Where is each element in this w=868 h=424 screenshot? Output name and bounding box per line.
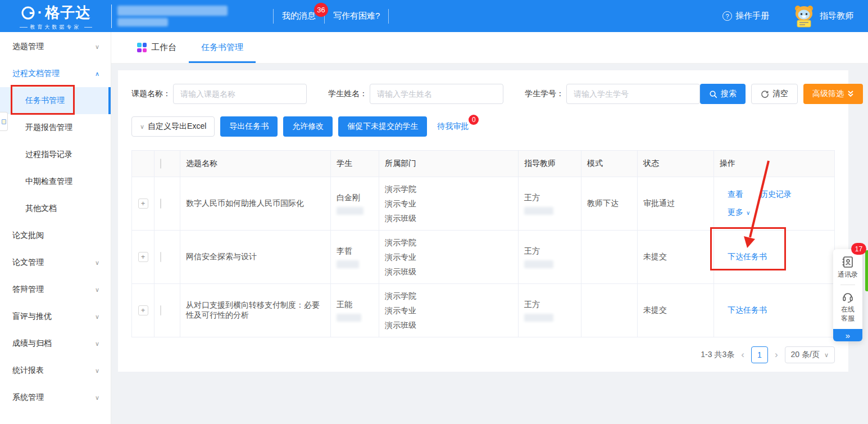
sidebar-item-proposal-report[interactable]: 开题报告管理 bbox=[0, 114, 111, 141]
address-book-icon bbox=[833, 255, 862, 269]
department-cell: 演示学院 演示专业 演示班级 bbox=[379, 177, 519, 231]
sidebar-item-process-docs[interactable]: 过程文档管理 ∧ bbox=[0, 60, 111, 87]
topic-name-input[interactable] bbox=[173, 84, 307, 104]
brand-name: 格子达 bbox=[45, 3, 90, 22]
sidebar-item-blind-review[interactable]: 盲评与推优 ∨ bbox=[0, 303, 111, 330]
page-size-select[interactable]: 20 条/页 ∨ bbox=[785, 346, 835, 363]
select-all-checkbox[interactable] bbox=[160, 159, 161, 169]
mode-cell: 教师下达 bbox=[581, 177, 638, 231]
urge-unsubmitted-button[interactable]: 催促下未提交的学生 bbox=[338, 116, 427, 137]
pending-approval-link[interactable]: 待我审批 0 bbox=[437, 121, 473, 132]
taskbook-table: 选题名称 学生 所属部门 指导教师 模式 状态 操作 + bbox=[131, 150, 835, 337]
filter-row: 课题名称： 学生姓名： 学生学号： bbox=[131, 84, 835, 104]
expand-row-button[interactable]: + bbox=[138, 252, 148, 262]
tab-workbench[interactable]: 工作台 bbox=[137, 32, 176, 63]
tagline-dash-right bbox=[84, 27, 92, 28]
redacted-advisor-id bbox=[524, 260, 553, 268]
expand-row-button[interactable]: + bbox=[138, 305, 148, 315]
taskbook-panel: 课题名称： 学生姓名： 学生学号： bbox=[118, 70, 848, 372]
col-expand bbox=[132, 151, 154, 177]
role-label: 指导教师 bbox=[820, 11, 853, 21]
sidebar-item-statistics[interactable]: 统计报表 ∨ bbox=[0, 357, 111, 384]
col-mode: 模式 bbox=[581, 151, 638, 177]
topic-cell: 从对口支援到横向转移支付制度：必要性及可行性的分析 bbox=[180, 284, 331, 337]
mode-cell bbox=[581, 284, 638, 337]
sidebar-item-defense-management[interactable]: 答辩管理 ∨ bbox=[0, 276, 111, 303]
tagline-dash-left bbox=[20, 27, 28, 28]
manual-button[interactable]: ? 操作手册 bbox=[722, 11, 769, 21]
workbench-grid-icon bbox=[137, 43, 147, 52]
chevron-down-icon: ∨ bbox=[95, 43, 99, 51]
advanced-filter-button[interactable]: 高级筛选 bbox=[803, 84, 863, 104]
allow-modify-button[interactable]: 允许修改 bbox=[283, 116, 333, 137]
sidebar-item-paper-review[interactable]: 论文批阅 bbox=[0, 222, 111, 249]
sidebar-item-other-docs[interactable]: 其他文档 bbox=[0, 195, 111, 222]
table-header-row: 选题名称 学生 所属部门 指导教师 模式 状态 操作 bbox=[132, 151, 835, 177]
writing-help-link[interactable]: 写作有困难? bbox=[333, 11, 380, 21]
contacts-button[interactable]: 通讯录 bbox=[833, 254, 862, 283]
topic-cell: 网信安全探索与设计 bbox=[180, 231, 331, 284]
custom-export-excel-button[interactable]: ∨ 自定义导出Excel bbox=[131, 116, 215, 137]
col-advisor: 指导教师 bbox=[519, 151, 581, 177]
student-id-input[interactable] bbox=[566, 84, 700, 104]
clear-button[interactable]: 清空 bbox=[751, 84, 798, 104]
sidebar-item-taskbook-management[interactable]: 任务书管理 bbox=[0, 87, 111, 114]
expand-row-button[interactable]: + bbox=[138, 199, 148, 209]
chevron-down-icon: ∨ bbox=[824, 351, 829, 359]
student-name-input[interactable] bbox=[370, 84, 503, 104]
search-icon bbox=[709, 90, 717, 98]
export-taskbook-button[interactable]: 导出任务书 bbox=[220, 116, 278, 137]
search-button[interactable]: 搜索 bbox=[700, 84, 746, 104]
next-page-button[interactable]: › bbox=[775, 349, 778, 360]
advisor-cell: 王方 bbox=[519, 177, 581, 231]
school-name-redacted bbox=[117, 6, 228, 26]
chevron-down-icon: ∨ bbox=[140, 123, 144, 130]
app-header: · 格子达 教育大数据专家 我的消息 36 写作有困难? ? 操作手册 bbox=[0, 0, 868, 32]
online-service-button[interactable]: 在线 客服 bbox=[833, 288, 862, 327]
page-number[interactable]: 1 bbox=[751, 346, 768, 363]
topic-name-label: 课题名称： bbox=[131, 89, 171, 99]
refresh-icon bbox=[761, 90, 769, 98]
redacted-bar bbox=[117, 18, 168, 26]
status-cell: 未提交 bbox=[638, 231, 714, 284]
assign-taskbook-link[interactable]: 下达任务书 bbox=[728, 252, 767, 261]
assign-taskbook-link[interactable]: 下达任务书 bbox=[728, 305, 767, 314]
header-divider bbox=[111, 4, 112, 28]
nav-divider bbox=[388, 9, 389, 24]
pending-count-badge: 0 bbox=[469, 115, 479, 125]
col-operations: 操作 bbox=[714, 151, 835, 177]
row-checkbox[interactable] bbox=[160, 305, 161, 315]
sidebar-item-midterm-check[interactable]: 中期检查管理 bbox=[0, 168, 111, 195]
collapse-panel-button[interactable]: » bbox=[833, 329, 862, 341]
role-menu[interactable]: 指导教师 bbox=[793, 4, 853, 28]
col-status: 状态 bbox=[638, 151, 714, 177]
tab-taskbook-management[interactable]: 任务书管理 bbox=[201, 32, 243, 63]
sidebar-item-grades-archive[interactable]: 成绩与归档 ∨ bbox=[0, 330, 111, 357]
status-cell: 审批通过 bbox=[638, 177, 714, 231]
sidebar-item-system-management[interactable]: 系统管理 ∨ bbox=[0, 384, 111, 411]
row-checkbox[interactable] bbox=[160, 199, 161, 209]
advisor-cell: 王方 bbox=[519, 284, 581, 337]
my-messages-link[interactable]: 我的消息 36 bbox=[282, 11, 316, 21]
redacted-bar bbox=[117, 6, 228, 16]
prev-page-button[interactable]: ‹ bbox=[741, 349, 744, 360]
sidebar-item-guidance-records[interactable]: 过程指导记录 bbox=[0, 141, 111, 168]
left-edge-collapsed-tab[interactable] bbox=[0, 112, 8, 131]
sidebar-item-paper-management[interactable]: 论文管理 ∨ bbox=[0, 249, 111, 276]
redacted-student-id bbox=[337, 260, 359, 268]
edge-green-handle[interactable] bbox=[865, 250, 868, 291]
row-checkbox[interactable] bbox=[160, 252, 161, 262]
history-link[interactable]: 历史记录 bbox=[760, 190, 792, 200]
col-student: 学生 bbox=[331, 151, 379, 177]
more-link[interactable]: 更多∨ bbox=[728, 208, 750, 218]
redacted-student-id bbox=[337, 314, 361, 322]
sidebar-item-topic-management[interactable]: 选题管理 ∨ bbox=[0, 33, 111, 60]
view-link[interactable]: 查看 bbox=[728, 190, 743, 200]
department-cell: 演示学院 演示专业 演示班级 bbox=[379, 284, 519, 337]
col-department: 所属部门 bbox=[379, 151, 519, 177]
student-cell: 白金刚 bbox=[331, 177, 379, 231]
question-circle-icon: ? bbox=[722, 11, 732, 21]
panel-divider bbox=[840, 285, 855, 285]
brand-dot: · bbox=[38, 4, 43, 21]
chevron-down-icon: ∨ bbox=[95, 367, 99, 375]
